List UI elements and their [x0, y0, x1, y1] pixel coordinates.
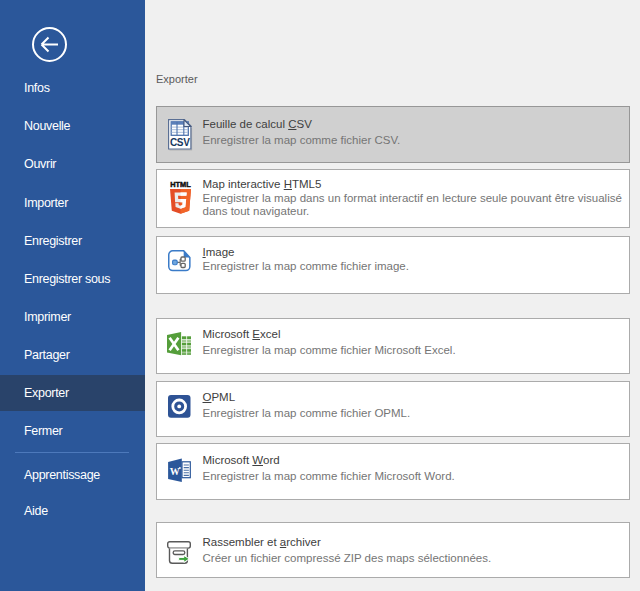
svg-text:HTML: HTML [170, 180, 191, 189]
svg-text:CSV: CSV [169, 137, 189, 148]
svg-text:W: W [170, 466, 180, 477]
